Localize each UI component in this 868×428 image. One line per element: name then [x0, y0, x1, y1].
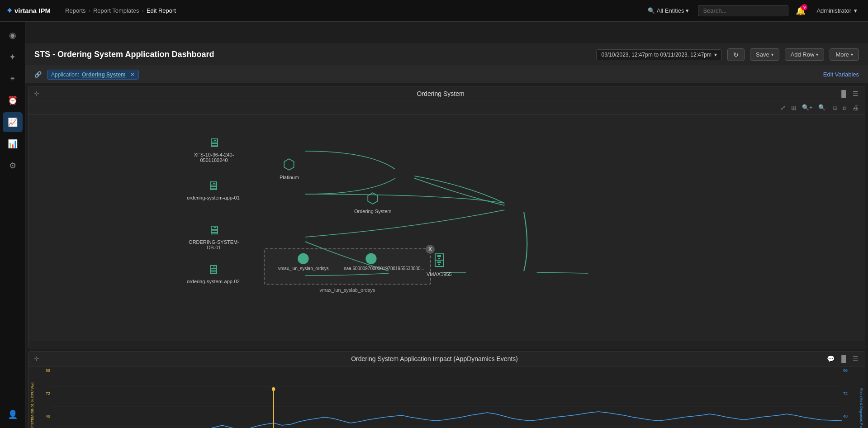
layout-icon-1[interactable]: ⧉ [832, 103, 838, 113]
selection-box-label: vmax_lun_syslab_ordsys [320, 287, 375, 293]
monitor-icon-xfs: 🖥 [208, 135, 220, 150]
node-label-platinum: Platinum [280, 175, 299, 180]
node-app02[interactable]: 🖥 ordering-system-app-02 [187, 262, 240, 284]
chart-canvas: 96 72 48 24 0 ORDERING-SYSTEM-DB-01 % CP… [28, 366, 865, 428]
monitor-icon-db01: 🖥 [208, 223, 220, 238]
breadcrumb-reports[interactable]: Reports [65, 7, 86, 14]
topology-canvas: 🖥 XFS-10-36-4-240-0501180240 🖥 ordering-… [28, 115, 865, 341]
sidebar-item-topology[interactable]: ✦ [3, 47, 23, 67]
disk-icon-vmax-lun: ⬤ [297, 252, 309, 264]
chart-bar-icon[interactable]: ▐▌ [838, 354, 849, 363]
report-title: STS - Ordering System Application Dashbo… [34, 50, 591, 59]
more-button[interactable]: More ▾ [830, 48, 859, 61]
user-icon: 👤 [8, 409, 18, 419]
filter-tag-prefix: Application: [51, 71, 79, 78]
svg-point-15 [272, 387, 275, 391]
save-label: Save [756, 51, 769, 58]
settings-icon: ⚙ [9, 161, 16, 171]
notification-bell[interactable]: 🔔 9 [794, 4, 807, 18]
y-axis-right-3: 48 [843, 414, 864, 418]
search-input[interactable] [703, 7, 766, 14]
node-app01[interactable]: 🖥 ordering-system-app-01 [187, 178, 240, 200]
node-db01[interactable]: 🖥 ORDERING-SYSTEM-DB-01 [187, 223, 241, 250]
chart-panel-actions: 💬 ▐▌ ☰ [826, 354, 859, 363]
refresh-button[interactable]: ↻ [727, 48, 745, 61]
breadcrumb-edit-report: Edit Report [147, 7, 176, 14]
top-nav: ⌖ virtana IPM Reports › Report Templates… [0, 0, 868, 22]
menu-icon[interactable]: ☰ [852, 89, 859, 98]
bar-chart-icon[interactable]: ▐▌ [838, 89, 849, 98]
monitor-icon-app02: 🖥 [207, 262, 219, 277]
node-label-ordering-system: Ordering System [354, 209, 392, 214]
breadcrumb-sep-2: › [142, 7, 144, 14]
date-range-chevron: ▾ [714, 52, 717, 58]
topology-connections-svg [28, 115, 865, 341]
layout-icon-2[interactable]: ⧈ [842, 103, 848, 113]
zoom-in-icon[interactable]: 🔍+ [801, 103, 814, 113]
storage-icon-ordering: ⬡ [366, 190, 379, 207]
sidebar-item-analytics[interactable]: 📈 [3, 112, 23, 132]
expand-icon[interactable]: ⤢ [779, 103, 787, 113]
chevron-down-icon: ▾ [686, 7, 689, 14]
sidebar-item-user[interactable]: 👤 [3, 404, 23, 424]
node-label-db01: ORDERING-SYSTEM-DB-01 [187, 239, 241, 250]
db-icon-vmax1955: 🗄 [432, 253, 446, 270]
notification-badge: 9 [801, 4, 807, 10]
y-axis-left-top: 96 [29, 368, 50, 373]
node-naa[interactable]: ⬤ naa.600009700000197801955533030... [344, 252, 398, 271]
entity-selector-label: All Entities [657, 7, 684, 14]
sidebar-item-reports[interactable]: ≡ [3, 69, 23, 89]
filter-link-icon: 🔗 [34, 71, 42, 78]
y-axis-left-3: 48 [29, 414, 50, 418]
selection-box: X ⬤ vmax_lun_syslab_ordsys ⬤ naa.6000097… [264, 248, 431, 285]
logo-icon: ⌖ [7, 6, 12, 15]
sidebar-item-dashboard[interactable]: ◉ [3, 25, 23, 45]
date-range-picker[interactable]: 09/10/2023, 12:47pm to 09/11/2023, 12:47… [596, 49, 722, 60]
sidebar-item-settings[interactable]: ⚙ [3, 156, 23, 176]
filter-tag-application: Application: Ordering System ✕ [47, 70, 139, 80]
filter-tag-remove[interactable]: ✕ [130, 71, 135, 78]
search-icon: 🔍 [648, 7, 655, 14]
node-label-app02: ordering-system-app-02 [187, 279, 240, 284]
chart-panel-header: ✛ Ordering System Application Impact (Ap… [28, 352, 865, 366]
analytics-icon: 📈 [8, 117, 18, 127]
search-box[interactable] [698, 5, 788, 16]
user-menu[interactable]: Administrator ▾ [813, 5, 861, 16]
node-label-vmax1955: VMAX1955 [427, 271, 452, 277]
sidebar-item-charts[interactable]: 📊 [3, 134, 23, 154]
entity-selector[interactable]: 🔍 All Entities ▾ [644, 5, 693, 16]
add-row-chevron-icon: ▾ [816, 52, 818, 57]
node-label-app01: ordering-system-app-01 [187, 195, 240, 200]
y-axis-left-2: 72 [29, 391, 50, 396]
node-ordering-system[interactable]: ⬡ Ordering System [354, 190, 392, 214]
node-vmax-lun[interactable]: ⬤ vmax_lun_syslab_ordsys [278, 252, 329, 271]
sidebar-item-alerts[interactable]: ⏰ [3, 90, 23, 110]
save-button[interactable]: Save ▾ [750, 48, 779, 61]
node-vmax1955[interactable]: 🗄 VMAX1955 [427, 253, 452, 277]
dashboard-body: ✛ Ordering System ▐▌ ☰ ⤢ ⊞ 🔍+ 🔍- ⧉ ⧈ 🖨 [25, 83, 868, 428]
date-range-text: 09/10/2023, 12:47pm to 09/11/2023, 12:47… [601, 52, 711, 58]
fit-icon[interactable]: ⊞ [790, 103, 797, 113]
selection-box-close-btn[interactable]: X [426, 245, 435, 254]
breadcrumb-report-templates[interactable]: Report Templates [93, 7, 139, 14]
cluster-icon-platinum: ⬡ [283, 156, 295, 173]
charts-icon: 📊 [8, 139, 18, 149]
more-chevron-icon: ▾ [851, 52, 853, 57]
print-icon[interactable]: 🖨 [851, 103, 859, 113]
node-platinum[interactable]: ⬡ Platinum [280, 156, 299, 180]
logo: ⌖ virtana IPM [7, 6, 51, 15]
nav-right: 🔍 All Entities ▾ 🔔 9 Administrator ▾ [644, 4, 861, 18]
filter-tag-value: Ordering System [82, 71, 126, 78]
topology-panel-actions: ▐▌ ☰ [838, 89, 859, 98]
chart-menu-icon[interactable]: ☰ [852, 354, 859, 363]
add-row-button[interactable]: Add Row ▾ [785, 48, 825, 61]
edit-variables-link[interactable]: Edit Variables [823, 71, 859, 78]
chat-icon[interactable]: 💬 [826, 354, 835, 363]
chart-drag-handle-icon: ✛ [34, 355, 39, 362]
node-label-vmax-lun: vmax_lun_syslab_ordsys [278, 266, 329, 271]
node-xfs[interactable]: 🖥 XFS-10-36-4-240-0501180240 [187, 135, 241, 163]
sidebar: ◉ ✦ ≡ ⏰ 📈 📊 ⚙ 👤 [0, 22, 25, 428]
save-chevron-icon: ▾ [771, 52, 773, 57]
topology-icon: ✦ [9, 52, 16, 62]
zoom-out-icon[interactable]: 🔍- [817, 103, 828, 113]
